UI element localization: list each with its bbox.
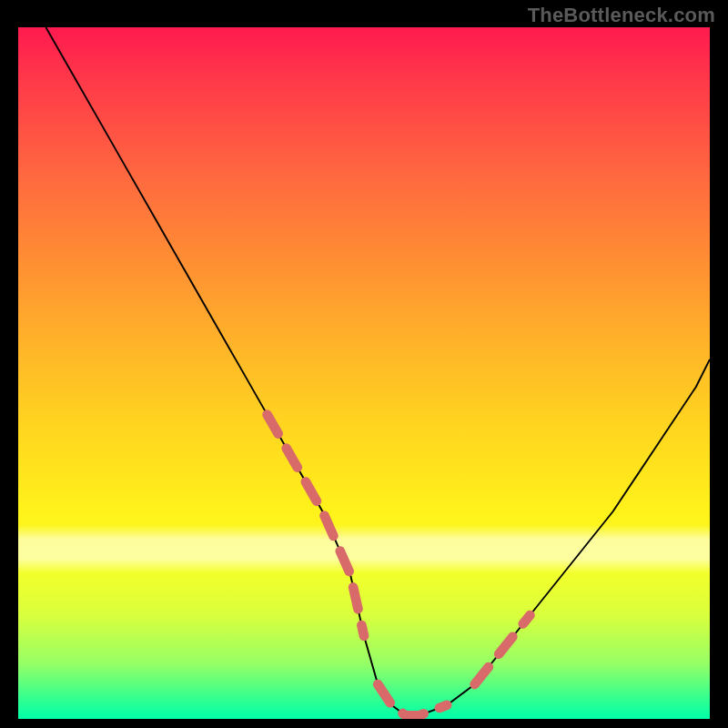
bottleneck-curve xyxy=(46,27,710,715)
watermark-text: TheBottleneck.com xyxy=(528,4,715,27)
highlight-segment-left xyxy=(268,415,364,636)
highlight-segment-right xyxy=(475,615,531,684)
highlight-segment-bottom xyxy=(378,684,447,715)
chart-frame: TheBottleneck.com xyxy=(0,0,728,728)
curve-layer xyxy=(18,27,710,719)
plot-area xyxy=(18,27,710,719)
